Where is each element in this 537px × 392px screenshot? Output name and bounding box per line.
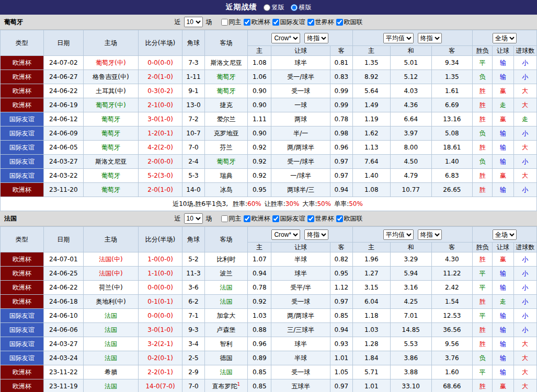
euro-home-odds: 1.18 [352,309,390,323]
match-score: 2-0(0-0) [138,155,182,169]
subcol-goals-result: 进球数 [513,243,536,252]
euro-home-odds: 1.27 [352,267,390,281]
corner-score: 11-3 [182,267,204,281]
same-home-filter[interactable]: 同主 [221,214,242,223]
match-row: 国际友谊24-06-05葡萄牙4-2(2-0)7-0芬兰0.92两/两球半0.9… [1,141,537,155]
result-handicap: 走 [493,98,513,112]
asian-index-select[interactable]: 终指 [304,229,328,240]
corner-score: 13-0 [182,98,204,112]
asian-away-odds: 1.01 [330,351,352,365]
asian-handicap: 球半 [271,56,330,70]
subcol-asian-away: 客 [330,46,352,56]
worldcup-checkbox[interactable] [307,215,314,222]
subcol-goals-result: 进球数 [513,46,536,56]
euro-home-odds: 1.08 [352,183,390,197]
match-date: 24-03-27 [43,337,84,351]
match-row: 欧洲杯24-06-25法国(中)1-1(0-0)11-3波兰0.94球半0.95… [1,267,537,281]
summary-stat-value: 60% [247,200,261,207]
euro-home-odds: 1.96 [352,252,390,267]
euro-away-odds: 1.40 [431,155,473,169]
euro-average-select[interactable]: 平均值 [383,229,414,240]
match-count-select[interactable]: 10 [184,17,203,27]
result-goals: 大 [513,337,536,351]
result-outcome: 平 [473,365,493,379]
euro-average-select[interactable]: 平均值 [383,33,414,43]
match-date: 23-11-19 [43,379,84,392]
result-handicap: 输 [493,70,513,84]
col-header-score: 比分(半场) [138,30,182,56]
subcol-asian-handicap: 让球 [271,243,330,252]
match-score: 0-1(0-1) [138,295,182,309]
worldcup-checkbox[interactable] [307,19,314,26]
asian-away-odds: 0.99 [330,84,352,98]
same-home-checkbox[interactable] [221,19,228,26]
same-home-checkbox[interactable] [221,215,228,222]
friendly-checkbox[interactable] [272,19,279,26]
filter-nationsleague[interactable]: 欧国联 [336,214,363,223]
nationsleague-checkbox[interactable] [336,215,343,222]
subcol-euro-away: 客 [431,46,473,56]
same-home-filter[interactable]: 同主 [221,18,242,27]
match-date: 24-06-27 [43,70,84,84]
match-count-select[interactable]: 10 [184,213,203,224]
home-team: 葡萄牙 [84,141,139,155]
results-table: 类型 日期 主场 比分(半场) 角球 客场 Crow* 终指 平均值 终指 全场 [0,226,537,392]
euro-draw-odds: 3.88 [391,365,432,379]
team-section-header: 葡萄牙 近 10 场 同主 欧洲杯 国际友谊 世界杯 [0,15,537,30]
summary-stat-label: 胜率: [233,200,247,207]
vertical-layout-radio[interactable] [264,4,270,11]
result-handicap: 输 [493,323,513,337]
euro-home-odds: 1.03 [352,323,390,337]
near-label: 近 [175,214,181,223]
result-goals: 小 [513,323,536,337]
corner-score: 3-6 [182,281,204,295]
result-outcome: 平 [473,267,493,281]
filter-worldcup[interactable]: 世界杯 [307,214,334,223]
filter-eurocup[interactable]: 欧洲杯 [243,214,270,223]
euro-away-odds: 9.56 [431,337,473,351]
asian-bookmaker-select[interactable]: Crow* [271,229,300,240]
fulltime-select[interactable]: 全场 [493,33,517,43]
asian-away-odds: 0.82 [330,252,352,267]
filter-nationsleague[interactable]: 欧国联 [336,18,363,27]
asian-bookmaker-select[interactable]: Crow* [271,33,300,43]
match-row: 欧洲杯23-11-22希腊2-2(0-1)2-9法国0.85受一球1.055.7… [1,365,537,379]
vertical-layout-label: 竖版 [272,3,284,12]
corner-score: 6-2 [182,295,204,309]
col-header-score: 比分(半场) [138,227,182,252]
asian-home-odds: 1.06 [248,70,271,84]
friendly-checkbox[interactable] [272,215,279,222]
match-row: 国际友谊24-06-12葡萄牙3-0(1-0)7-2爱尔兰1.11两球0.781… [1,112,537,126]
eurocup-checkbox[interactable] [244,19,250,26]
euro-home-odds: 5.71 [352,365,390,379]
euro-index-select[interactable]: 终指 [418,33,442,43]
asian-home-odds: 0.88 [248,323,271,337]
euro-away-odds: 1.54 [431,295,473,309]
layout-option-horizontal[interactable]: 横版 [291,3,312,12]
asian-home-odds: 0.92 [248,295,271,309]
away-team: 冰岛 [204,183,248,197]
euro-draw-odds: 8.00 [391,141,432,155]
fulltime-select[interactable]: 全场 [493,229,517,240]
layout-option-vertical[interactable]: 竖版 [264,3,284,12]
horizontal-layout-radio[interactable] [291,4,298,11]
result-handicap: 输 [493,183,513,197]
corner-score: 2-4 [182,155,204,169]
euro-draw-odds: 14.85 [391,323,432,337]
euro-draw-odds: 5.94 [391,267,432,281]
filter-worldcup[interactable]: 世界杯 [307,18,334,27]
asian-home-odds: 0.92 [248,169,271,183]
eurocup-checkbox[interactable] [244,215,250,222]
subcol-euro-home: 主 [352,46,390,56]
competition-badge: 欧洲杯 [1,379,44,392]
asian-away-odds: 0.98 [330,126,352,141]
nationsleague-checkbox[interactable] [336,19,343,26]
filter-friendly[interactable]: 国际友谊 [272,214,305,223]
euro-home-odds: 1.40 [352,169,390,183]
games-label: 场 [206,18,212,27]
filter-friendly[interactable]: 国际友谊 [272,18,305,27]
filter-eurocup[interactable]: 欧洲杯 [243,18,270,27]
euro-index-select[interactable]: 终指 [418,229,442,240]
asian-index-select[interactable]: 终指 [304,33,328,43]
team-section: 法国 近 10 场 同主 欧洲杯 国际友谊 世界杯 [0,211,537,392]
